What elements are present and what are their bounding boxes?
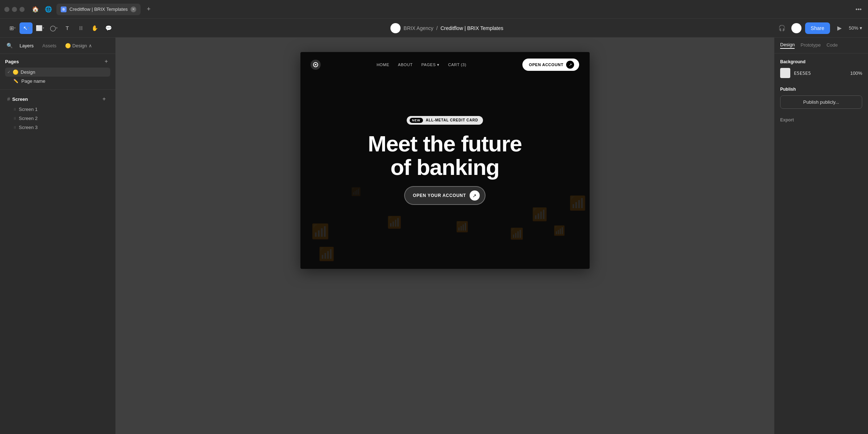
add-screen-button[interactable]: +: [100, 95, 108, 103]
nav-link-about: ABOUT: [398, 63, 413, 67]
grid-icon: #: [7, 96, 10, 102]
screen-name-1: Screen 1: [19, 107, 38, 112]
screen-title: Screen: [12, 96, 28, 102]
background-hex-value: E5E5E5: [794, 70, 811, 76]
right-panel-content: Background E5E5E5 100% Publish Publish p…: [774, 53, 868, 434]
globe-button[interactable]: 🌐: [43, 4, 54, 14]
logo-icon: [313, 62, 318, 68]
hero-badge-new: NEW: [410, 118, 423, 123]
add-tab-button[interactable]: +: [144, 4, 154, 14]
design-emoji: 🟡: [65, 43, 71, 48]
webpage-hero: NEW ALL-METAL CREDIT CARD Meet the futur…: [300, 52, 590, 269]
project-agency: BRIX Agency: [403, 25, 433, 31]
publish-section: Publish Publish publicly...: [780, 87, 862, 109]
background-color-swatch[interactable]: [780, 68, 790, 78]
tab-prototype[interactable]: Prototype: [800, 42, 821, 48]
components-tool-button[interactable]: ⁞⁞: [74, 22, 87, 34]
tool-group-main: ⊞▾ ↖▾ ⬜▾ ◯▾ T ⁞⁞ ✋ 💬: [6, 22, 115, 34]
nav-cta-button[interactable]: OPEN ACCOUNT ↗: [522, 59, 579, 71]
design-chevron-icon: ∧: [89, 43, 92, 48]
home-button[interactable]: 🏠: [30, 4, 40, 14]
nav-cta-arrow-icon: ↗: [566, 61, 574, 69]
tab-code[interactable]: Code: [826, 42, 838, 48]
canvas: 📶 📶 📶 📶 📶 📶 📶 📶 📶 HO: [116, 38, 774, 434]
page-name-pagename: Page name: [21, 78, 46, 84]
share-button[interactable]: Share: [805, 22, 830, 34]
pages-section: Pages + ✓ 🟡 Design ✏️ Page name: [0, 54, 115, 90]
project-path: BRIX Agency / Creditflow | BRIX Template…: [403, 25, 503, 31]
page-emoji: 🟡: [13, 69, 18, 75]
page-item-pagename[interactable]: ✏️ Page name: [5, 77, 110, 86]
screen-item-1[interactable]: ⁞⁞ Screen 1: [5, 105, 110, 114]
frame-tool-button[interactable]: ⬜▾: [33, 22, 46, 34]
play-button[interactable]: ▶: [834, 22, 845, 34]
tab-design[interactable]: Design: [780, 42, 795, 49]
tab-assets[interactable]: Assets: [39, 42, 60, 50]
export-section: Export: [780, 117, 862, 123]
nav-link-home: HOME: [377, 63, 389, 67]
select-tool-button[interactable]: ↖▾: [20, 22, 33, 34]
publish-title: Publish: [780, 87, 862, 92]
hero-title: Meet the future of banking: [368, 132, 522, 179]
webpage-preview: 📶 📶 📶 📶 📶 📶 📶 📶 📶 HO: [300, 52, 590, 269]
user-avatar[interactable]: [390, 23, 401, 33]
hand-tool-button[interactable]: ✋: [88, 22, 101, 34]
screen-name-3: Screen 3: [19, 125, 38, 130]
screen-header-left: # Screen: [7, 96, 28, 102]
nav-link-pages: PAGES: [421, 63, 439, 67]
export-title: Export: [780, 117, 862, 123]
check-icon: ✓: [7, 70, 10, 74]
text-tool-button[interactable]: T: [61, 22, 74, 34]
hero-cta-text: OPEN YOUR ACCOUNT: [413, 193, 466, 198]
zoom-level: 50%: [849, 25, 858, 31]
toolbar-center: BRIX Agency / Creditflow | BRIX Template…: [119, 23, 775, 33]
title-bar: 🏠 🌐 B Creditflow | BRIX Templates ✕ + ••…: [0, 0, 868, 19]
design-label: Design: [72, 43, 87, 48]
background-title: Background: [780, 59, 862, 64]
path-separator: /: [436, 25, 438, 31]
tab-close-button[interactable]: ✕: [131, 7, 136, 12]
nav-cta-text: OPEN ACCOUNT: [529, 63, 563, 67]
left-panel-tabs: 🔍 Layers Assets 🟡 Design ∧: [0, 38, 115, 54]
page-name-design: Design: [21, 69, 35, 75]
nav-link-cart: CART (3): [448, 63, 466, 67]
publish-publicly-button[interactable]: Publish publicly...: [780, 95, 862, 109]
traffic-lights: [4, 7, 25, 12]
tab-title: Creditflow | BRIX Templates: [69, 7, 128, 12]
hero-cta-button[interactable]: OPEN YOUR ACCOUNT ↗: [404, 186, 486, 205]
search-button[interactable]: 🔍: [4, 40, 14, 51]
grid-tool-button[interactable]: ⊞▾: [6, 22, 19, 34]
collaborator-avatar[interactable]: [791, 23, 801, 33]
pages-title: Pages: [5, 59, 19, 64]
toolbar-right: 🎧 Share ▶ 50% ▾: [776, 22, 862, 34]
hero-badge-text: ALL-METAL CREDIT CARD: [426, 118, 478, 122]
tab-layers[interactable]: Layers: [16, 42, 37, 50]
nav-logo: [311, 60, 321, 70]
project-name: Creditflow | BRIX Templates: [441, 25, 504, 31]
tab-design[interactable]: 🟡 Design ∧: [61, 42, 95, 50]
hero-title-line1: Meet the future: [368, 132, 522, 155]
shape-tool-button[interactable]: ◯▾: [47, 22, 60, 34]
screen-section-header[interactable]: # Screen +: [5, 93, 110, 105]
hero-cta-arrow-icon: ↗: [470, 190, 480, 201]
traffic-light-maximize[interactable]: [20, 7, 25, 12]
traffic-light-close[interactable]: [4, 7, 9, 12]
screen-dot-icon: ⁞⁞: [14, 125, 16, 129]
more-options-button[interactable]: •••: [854, 4, 864, 14]
page-item-design[interactable]: ✓ 🟡 Design: [5, 68, 110, 77]
right-panel: Design Prototype Code Background E5E5E5 …: [774, 38, 868, 434]
screen-item-3[interactable]: ⁞⁞ Screen 3: [5, 123, 110, 132]
traffic-light-minimize[interactable]: [12, 7, 17, 12]
comment-tool-button[interactable]: 💬: [102, 22, 115, 34]
layers-section: # Screen + ⁞⁞ Screen 1 ⁞⁞ Screen 2 ⁞⁞ Sc…: [0, 90, 115, 434]
tab-favicon: B: [61, 7, 67, 12]
add-page-button[interactable]: +: [102, 57, 110, 65]
screen-dot-icon: ⁞⁞: [14, 116, 16, 120]
browser-tab[interactable]: B Creditflow | BRIX Templates ✕: [56, 4, 141, 15]
zoom-chevron-icon: ▾: [860, 25, 862, 31]
zoom-control[interactable]: 50% ▾: [849, 25, 862, 31]
headphone-button[interactable]: 🎧: [776, 22, 788, 34]
screen-name-2: Screen 2: [19, 116, 38, 121]
toolbar: ⊞▾ ↖▾ ⬜▾ ◯▾ T ⁞⁞ ✋ 💬 BRIX Agency / Credi…: [0, 19, 868, 38]
screen-item-2[interactable]: ⁞⁞ Screen 2: [5, 114, 110, 123]
